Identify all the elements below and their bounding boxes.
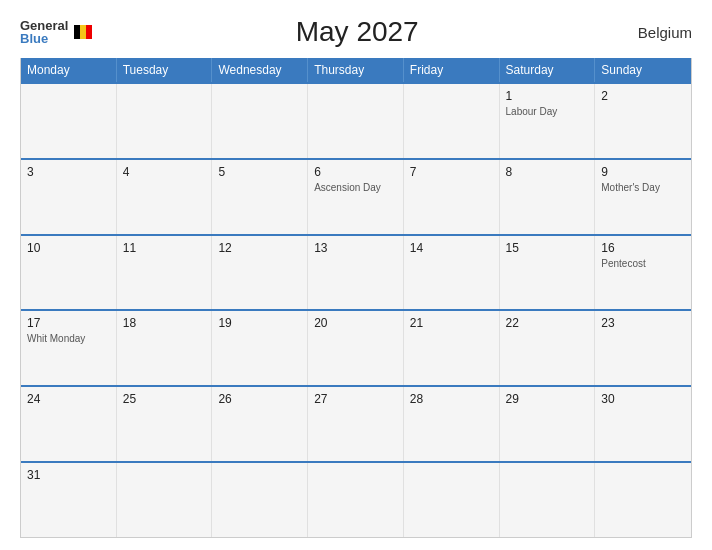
day-number: 11 bbox=[123, 241, 206, 255]
day-number: 21 bbox=[410, 316, 493, 330]
cal-cell-w6-d6 bbox=[500, 463, 596, 537]
cal-cell-w2-d7: 9Mother's Day bbox=[595, 160, 691, 234]
cal-cell-w3-d7: 16Pentecost bbox=[595, 236, 691, 310]
day-number: 17 bbox=[27, 316, 110, 330]
calendar-header-row: Monday Tuesday Wednesday Thursday Friday… bbox=[21, 58, 691, 82]
cal-cell-w2-d1: 3 bbox=[21, 160, 117, 234]
cal-cell-w6-d5 bbox=[404, 463, 500, 537]
cal-cell-w4-d6: 22 bbox=[500, 311, 596, 385]
day-number: 16 bbox=[601, 241, 685, 255]
header-sunday: Sunday bbox=[595, 58, 691, 82]
calendar-week-6: 31 bbox=[21, 461, 691, 537]
logo-flag-icon bbox=[74, 25, 92, 39]
cal-cell-w3-d3: 12 bbox=[212, 236, 308, 310]
day-number: 5 bbox=[218, 165, 301, 179]
day-number: 12 bbox=[218, 241, 301, 255]
cal-cell-w1-d6: 1Labour Day bbox=[500, 84, 596, 158]
cal-cell-w4-d7: 23 bbox=[595, 311, 691, 385]
day-number: 10 bbox=[27, 241, 110, 255]
cal-cell-w6-d2 bbox=[117, 463, 213, 537]
calendar-grid: Monday Tuesday Wednesday Thursday Friday… bbox=[20, 58, 692, 538]
calendar-week-1: 1Labour Day2 bbox=[21, 82, 691, 158]
header-tuesday: Tuesday bbox=[117, 58, 213, 82]
header-monday: Monday bbox=[21, 58, 117, 82]
day-number: 19 bbox=[218, 316, 301, 330]
cal-cell-w3-d2: 11 bbox=[117, 236, 213, 310]
day-number: 18 bbox=[123, 316, 206, 330]
holiday-label: Ascension Day bbox=[314, 181, 397, 194]
page-header: General Blue May 2027 Belgium bbox=[20, 16, 692, 48]
day-number: 1 bbox=[506, 89, 589, 103]
calendar-week-3: 10111213141516Pentecost bbox=[21, 234, 691, 310]
logo-blue-text: Blue bbox=[20, 32, 68, 45]
day-number: 26 bbox=[218, 392, 301, 406]
calendar-title: May 2027 bbox=[92, 16, 622, 48]
cal-cell-w4-d5: 21 bbox=[404, 311, 500, 385]
holiday-label: Pentecost bbox=[601, 257, 685, 270]
cal-cell-w2-d5: 7 bbox=[404, 160, 500, 234]
day-number: 14 bbox=[410, 241, 493, 255]
day-number: 3 bbox=[27, 165, 110, 179]
cal-cell-w6-d1: 31 bbox=[21, 463, 117, 537]
country-label: Belgium bbox=[622, 24, 692, 41]
cal-cell-w2-d4: 6Ascension Day bbox=[308, 160, 404, 234]
cal-cell-w4-d3: 19 bbox=[212, 311, 308, 385]
cal-cell-w5-d1: 24 bbox=[21, 387, 117, 461]
header-wednesday: Wednesday bbox=[212, 58, 308, 82]
cal-cell-w5-d6: 29 bbox=[500, 387, 596, 461]
header-thursday: Thursday bbox=[308, 58, 404, 82]
day-number: 25 bbox=[123, 392, 206, 406]
day-number: 6 bbox=[314, 165, 397, 179]
holiday-label: Mother's Day bbox=[601, 181, 685, 194]
calendar-page: General Blue May 2027 Belgium Monday Tue… bbox=[0, 0, 712, 550]
cal-cell-w1-d4 bbox=[308, 84, 404, 158]
cal-cell-w1-d7: 2 bbox=[595, 84, 691, 158]
cal-cell-w6-d4 bbox=[308, 463, 404, 537]
svg-rect-0 bbox=[74, 25, 80, 39]
cal-cell-w1-d3 bbox=[212, 84, 308, 158]
cal-cell-w6-d7 bbox=[595, 463, 691, 537]
day-number: 27 bbox=[314, 392, 397, 406]
calendar-body: 1Labour Day23456Ascension Day789Mother's… bbox=[21, 82, 691, 537]
day-number: 31 bbox=[27, 468, 110, 482]
cal-cell-w5-d4: 27 bbox=[308, 387, 404, 461]
cal-cell-w3-d1: 10 bbox=[21, 236, 117, 310]
logo: General Blue bbox=[20, 19, 92, 45]
cal-cell-w2-d3: 5 bbox=[212, 160, 308, 234]
cal-cell-w4-d1: 17Whit Monday bbox=[21, 311, 117, 385]
cal-cell-w5-d3: 26 bbox=[212, 387, 308, 461]
cal-cell-w2-d2: 4 bbox=[117, 160, 213, 234]
day-number: 4 bbox=[123, 165, 206, 179]
day-number: 23 bbox=[601, 316, 685, 330]
cal-cell-w4-d4: 20 bbox=[308, 311, 404, 385]
cal-cell-w5-d5: 28 bbox=[404, 387, 500, 461]
holiday-label: Whit Monday bbox=[27, 332, 110, 345]
holiday-label: Labour Day bbox=[506, 105, 589, 118]
day-number: 2 bbox=[601, 89, 685, 103]
cal-cell-w2-d6: 8 bbox=[500, 160, 596, 234]
day-number: 8 bbox=[506, 165, 589, 179]
cal-cell-w1-d5 bbox=[404, 84, 500, 158]
calendar-week-4: 17Whit Monday181920212223 bbox=[21, 309, 691, 385]
cal-cell-w4-d2: 18 bbox=[117, 311, 213, 385]
cal-cell-w1-d1 bbox=[21, 84, 117, 158]
day-number: 29 bbox=[506, 392, 589, 406]
day-number: 9 bbox=[601, 165, 685, 179]
cal-cell-w6-d3 bbox=[212, 463, 308, 537]
day-number: 20 bbox=[314, 316, 397, 330]
day-number: 15 bbox=[506, 241, 589, 255]
day-number: 22 bbox=[506, 316, 589, 330]
day-number: 24 bbox=[27, 392, 110, 406]
svg-rect-1 bbox=[80, 25, 86, 39]
cal-cell-w5-d2: 25 bbox=[117, 387, 213, 461]
cal-cell-w5-d7: 30 bbox=[595, 387, 691, 461]
day-number: 13 bbox=[314, 241, 397, 255]
day-number: 30 bbox=[601, 392, 685, 406]
cal-cell-w1-d2 bbox=[117, 84, 213, 158]
day-number: 7 bbox=[410, 165, 493, 179]
cal-cell-w3-d5: 14 bbox=[404, 236, 500, 310]
day-number: 28 bbox=[410, 392, 493, 406]
header-saturday: Saturday bbox=[500, 58, 596, 82]
header-friday: Friday bbox=[404, 58, 500, 82]
calendar-week-5: 24252627282930 bbox=[21, 385, 691, 461]
